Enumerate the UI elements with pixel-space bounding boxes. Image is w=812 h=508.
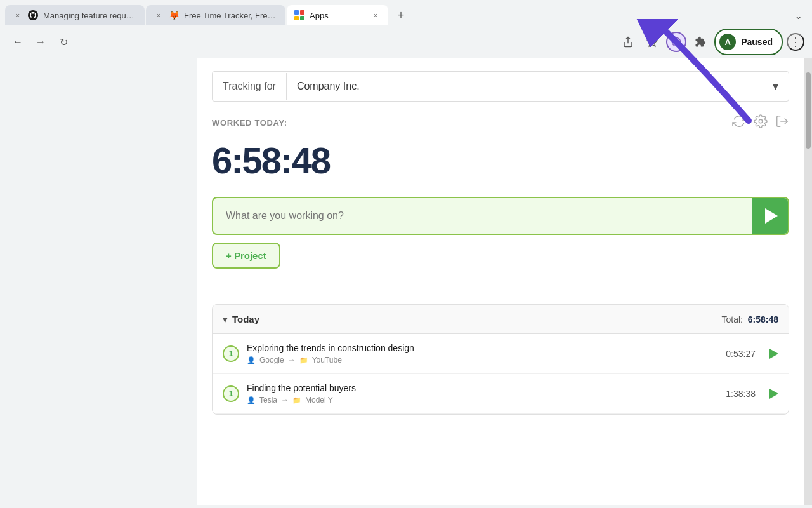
tab-apps-close[interactable]: × — [370, 10, 381, 20]
entry-1-play-button[interactable] — [769, 349, 778, 359]
entry-2-time: 1:38:38 — [726, 389, 756, 399]
time-entry-2: 1 Finding the potential buyers 👤 Tesla →… — [213, 374, 789, 414]
tab-github-close[interactable]: × — [13, 10, 23, 20]
entry-2-destination: Model Y — [305, 396, 333, 404]
browser-window: × Managing feature requests × 🦊 Free Tim… — [0, 0, 812, 505]
add-project-label: + Project — [226, 250, 266, 261]
entry-2-source-icon: 👤 — [247, 396, 256, 404]
nav-right-actions: A Paused ⋮ — [618, 29, 804, 55]
refresh-icon[interactable] — [732, 114, 746, 131]
share-button[interactable] — [618, 32, 638, 52]
worked-today-label: WORKED TODAY: — [212, 118, 287, 128]
entry-2-number: 1 — [223, 385, 239, 402]
entry-1-dest-icon: 📁 — [299, 356, 308, 364]
main-panel: Tracking for Company Inc. ▾ WORKED TODAY… — [197, 58, 804, 505]
start-button[interactable] — [752, 198, 788, 234]
left-panel — [0, 58, 197, 505]
tab-overflow-button[interactable]: ⌄ — [789, 6, 807, 24]
entry-2-meta: 👤 Tesla → 📁 Model Y — [247, 396, 718, 404]
entry-2-source: Tesla — [259, 396, 277, 404]
svg-point-2 — [759, 119, 763, 123]
tracking-for-row: Tracking for Company Inc. ▾ — [212, 71, 789, 102]
scrollbar-thumb[interactable] — [806, 72, 811, 149]
tab-tracker-title: Free Time Tracker, Free Em... — [184, 11, 278, 20]
entry-2-arrow-icon: → — [281, 396, 289, 404]
tab-apps[interactable]: Apps × — [287, 5, 388, 25]
tab-bar: × Managing feature requests × 🦊 Free Tim… — [0, 0, 812, 25]
avatar: A — [719, 34, 736, 50]
entry-1-time: 0:53:27 — [726, 349, 756, 359]
bookmark-button[interactable] — [642, 32, 662, 52]
today-left: ▾ Today — [223, 314, 259, 324]
time-entry-1: 1 Exploring the trends in construction d… — [213, 334, 789, 374]
tab-apps-title: Apps — [310, 11, 365, 20]
more-button[interactable]: ⋮ — [787, 33, 804, 51]
today-header: ▾ Today Total: 6:58:48 — [213, 305, 789, 334]
page-content: Tracking for Company Inc. ▾ WORKED TODAY… — [0, 58, 812, 505]
settings-icon[interactable] — [754, 114, 768, 131]
tracker-favicon: 🦊 — [169, 10, 179, 20]
entry-1-destination: YouTube — [312, 356, 342, 364]
back-button[interactable]: ← — [8, 32, 28, 52]
logout-icon[interactable] — [775, 114, 789, 131]
entry-1-arrow-icon: → — [288, 356, 296, 364]
today-total: Total: 6:58:48 — [721, 314, 778, 324]
timer-display: 6:58:48 — [212, 139, 789, 182]
svg-marker-0 — [648, 37, 657, 46]
add-project-button[interactable]: + Project — [212, 243, 280, 269]
paused-button[interactable]: A Paused — [714, 29, 783, 55]
today-total-time: 6:58:48 — [748, 314, 778, 324]
new-tab-button[interactable]: + — [392, 6, 410, 24]
tab-github-title: Managing feature requests — [43, 11, 137, 20]
task-input-container — [212, 197, 789, 235]
entry-2-play-button[interactable] — [769, 389, 778, 399]
worked-today-row: WORKED TODAY: — [212, 114, 789, 131]
play-icon — [765, 208, 778, 224]
clock-extension-button[interactable] — [666, 32, 686, 52]
entry-1-source: Google — [259, 356, 284, 364]
forward-button[interactable]: → — [30, 32, 51, 52]
paused-label: Paused — [741, 37, 773, 47]
extensions-button[interactable] — [690, 32, 710, 52]
entry-1-details: Exploring the trends in construction des… — [247, 343, 718, 364]
nav-left-actions: ← → ↻ — [8, 32, 74, 52]
entry-2-title: Finding the potential buyers — [247, 383, 718, 393]
entry-1-title: Exploring the trends in construction des… — [247, 343, 718, 353]
tab-tracker[interactable]: × 🦊 Free Time Tracker, Free Em... — [146, 5, 285, 25]
entry-1-meta: 👤 Google → 📁 YouTube — [247, 356, 718, 364]
nav-bar: ← → ↻ — [0, 25, 812, 58]
today-chevron-icon[interactable]: ▾ — [223, 314, 227, 324]
entry-2-dest-icon: 📁 — [292, 396, 301, 404]
tracking-label: Tracking for — [213, 73, 287, 100]
apps-favicon — [294, 10, 304, 20]
tab-github[interactable]: × Managing feature requests — [5, 5, 145, 25]
entry-1-number: 1 — [223, 345, 239, 362]
worked-today-icons — [732, 114, 789, 131]
reload-button[interactable]: ↻ — [53, 32, 74, 52]
company-select[interactable]: Company Inc. ▾ — [287, 72, 789, 101]
today-section: ▾ Today Total: 6:58:48 1 Exploring the t… — [212, 304, 789, 415]
task-input[interactable] — [213, 200, 752, 232]
entry-1-source-icon: 👤 — [247, 356, 256, 364]
scrollbar[interactable] — [804, 58, 812, 505]
company-name: Company Inc. — [297, 81, 360, 92]
company-chevron-icon: ▾ — [773, 79, 778, 93]
tab-tracker-close[interactable]: × — [154, 10, 164, 20]
today-label: Today — [232, 314, 259, 324]
github-favicon — [28, 10, 38, 20]
entry-2-details: Finding the potential buyers 👤 Tesla → 📁… — [247, 383, 718, 404]
